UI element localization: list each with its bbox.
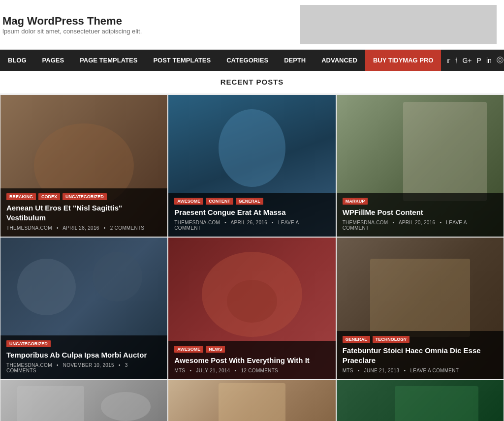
post-card-overlay-3: MARKUP WPFillMe Post Content THEMESDNA.C…	[337, 193, 504, 237]
post-title-4: Temporibus Ab Culpa Ipsa Morbi Auctor	[6, 350, 161, 360]
post-tags-1: BREAKING CODEX UNCATEGORIZED	[6, 193, 161, 200]
tag-awesome-5: AWESOME	[174, 346, 203, 353]
site-header: Mag WordPress Theme lpsum dolor sit amet…	[0, 0, 504, 50]
post-meta-4: THEMESDNA.COM • NOVEMBER 10, 2015 • 3 CO…	[6, 362, 161, 373]
post-meta-6: MTS • JUNE 21, 2013 • LEAVE A COMMENT	[343, 368, 498, 373]
post-tags-5: AWESOME NEWS	[174, 346, 329, 353]
post-title-5: Awesome Post With Everything With It	[174, 356, 329, 365]
tag-technology: TECHNOLOGY	[373, 336, 410, 343]
site-subtitle: lpsum dolor sit amet, consectetuer adipi…	[2, 28, 300, 35]
nav-item-buy[interactable]: BUY TIDYMAG PRO	[365, 50, 441, 71]
tag-uncategorized: UNCATEGORIZED	[63, 193, 107, 200]
post-bullet-6: •	[358, 368, 360, 373]
facebook-icon[interactable]: 𝔣	[455, 56, 457, 64]
post-title-6: Fatebuntur Stoici Haec Omnia Dic Esse Pr…	[343, 346, 498, 365]
post-site-2: THEMESDNA.COM	[174, 220, 220, 225]
post-comments-5: 12 COMMENTS	[241, 368, 278, 373]
post-card-overlay-1: BREAKING CODEX UNCATEGORIZED Aenean Ut E…	[0, 188, 167, 237]
post-bullet-5b: •	[235, 368, 237, 373]
post-card-overlay-4: UNCATEGORIZED Temporibus Ab Culpa Ipsa M…	[0, 335, 167, 380]
main-navigation: BLOG PAGES PAGE TEMPLATES POST TEMPLATES…	[0, 50, 504, 71]
posts-grid: BREAKING CODEX UNCATEGORIZED Aenean Ut E…	[0, 94, 504, 421]
post-bullet-5: •	[189, 368, 191, 373]
post-card-overlay-6: GENERAL TECHNOLOGY Fatebuntur Stoici Hae…	[337, 331, 504, 379]
nav-item-blog[interactable]: BLOG	[0, 50, 34, 71]
post-card-4[interactable]: UNCATEGORIZED Temporibus Ab Culpa Ipsa M…	[0, 237, 168, 380]
nav-item-pages[interactable]: PAGES	[34, 50, 72, 71]
post-card-5[interactable]: AWESOME NEWS Awesome Post With Everythin…	[168, 237, 336, 380]
pinterest-icon[interactable]: P	[477, 57, 481, 64]
post-site-4: THEMESDNA.COM	[6, 362, 52, 368]
post-bullet-3b: •	[440, 220, 441, 225]
post-bullet-2b: •	[272, 220, 274, 225]
instagram-icon[interactable]: ⓒ	[497, 56, 504, 65]
google-plus-icon[interactable]: G+	[462, 57, 472, 64]
post-title-2: Praesent Congue Erat At Massa	[174, 208, 329, 217]
post-card-overlay-5: AWESOME NEWS Awesome Post With Everythin…	[168, 341, 335, 380]
post-bullet-3: •	[393, 220, 395, 225]
post-meta-3: THEMESDNA.COM • APRIL 20, 2016 • LEAVE A…	[343, 220, 498, 231]
post-meta-2: THEMESDNA.COM • APRIL 26, 2016 • LEAVE A…	[174, 220, 329, 231]
site-title: Mag WordPress Theme	[2, 15, 300, 28]
tag-awesome: AWESOME	[174, 198, 203, 205]
post-title-3: WPFillMe Post Content	[343, 208, 498, 217]
post-title-1: Aenean Ut Eros Et "Nisl Sagittis" Vestib…	[6, 203, 161, 222]
nav-item-post-templates[interactable]: POST TEMPLATES	[145, 50, 219, 71]
post-card-1[interactable]: BREAKING CODEX UNCATEGORIZED Aenean Ut E…	[0, 94, 168, 237]
post-bullet-1b: •	[104, 225, 106, 231]
post-site-5: MTS	[174, 368, 185, 373]
post-bullet-4b: •	[119, 362, 121, 368]
post-site-3: THEMESDNA.COM	[343, 220, 388, 225]
post-date-6: JUNE 21, 2013	[364, 368, 400, 373]
post-card-3[interactable]: MARKUP WPFillMe Post Content THEMESDNA.C…	[336, 94, 504, 237]
post-date-5: JULY 21, 2014	[196, 368, 230, 373]
tag-content: CONTENT	[206, 198, 233, 205]
post-bullet-6b: •	[404, 368, 406, 373]
post-bullet-2: •	[224, 220, 226, 225]
post-meta-5: MTS • JULY 21, 2014 • 12 COMMENTS	[174, 368, 329, 373]
post-card-9[interactable]	[336, 380, 504, 421]
post-card-8[interactable]	[168, 380, 336, 421]
post-tags-2: AWESOME CONTENT GENERAL	[174, 198, 329, 205]
post-date-2: APRIL 26, 2016	[231, 220, 267, 225]
post-tags-6: GENERAL TECHNOLOGY	[343, 336, 498, 343]
nav-item-depth[interactable]: DEPTH	[276, 50, 314, 71]
post-site-1: THEMESDNA.COM	[6, 225, 52, 231]
post-comments-1: 2 COMMENTS	[110, 225, 145, 231]
nav-links: BLOG PAGES PAGE TEMPLATES POST TEMPLATES…	[0, 50, 441, 71]
tag-codex: CODEX	[38, 193, 60, 200]
post-date-3: APRIL 20, 2016	[399, 220, 435, 225]
post-card-7[interactable]	[0, 380, 168, 421]
post-card-overlay-2: AWESOME CONTENT GENERAL Praesent Congue …	[168, 193, 335, 237]
tag-general: GENERAL	[236, 198, 263, 205]
header-advertisement	[300, 5, 497, 44]
nav-item-page-templates[interactable]: PAGE TEMPLATES	[72, 50, 145, 71]
post-meta-1: THEMESDNA.COM • APRIL 28, 2016 • 2 COMME…	[6, 225, 161, 231]
tag-uncategorized-4: UNCATEGORIZED	[6, 340, 51, 347]
post-card-2[interactable]: AWESOME CONTENT GENERAL Praesent Congue …	[168, 94, 336, 237]
post-bullet-4: •	[57, 362, 59, 368]
nav-social-icons: 𝕣 𝔣 G+ P in ⓒ ▶ ✉	[441, 56, 504, 65]
recent-posts-bar: RECENT POSTS	[0, 71, 504, 94]
post-date-1: APRIL 28, 2016	[63, 225, 99, 231]
tag-news: NEWS	[206, 346, 225, 353]
post-tags-3: MARKUP	[343, 198, 498, 205]
tag-markup: MARKUP	[343, 198, 368, 205]
post-tags-4: UNCATEGORIZED	[6, 340, 161, 347]
post-site-6: MTS	[343, 368, 353, 373]
post-card-6[interactable]: GENERAL TECHNOLOGY Fatebuntur Stoici Hae…	[336, 237, 504, 380]
recent-posts-title: RECENT POSTS	[220, 78, 284, 86]
twitter-icon[interactable]: 𝕣	[447, 57, 450, 64]
header-title-block: Mag WordPress Theme lpsum dolor sit amet…	[0, 15, 300, 35]
post-date-4: NOVEMBER 10, 2015	[63, 362, 114, 368]
tag-breaking: BREAKING	[6, 193, 36, 200]
post-bullet-1: •	[57, 225, 59, 231]
tag-general-6: GENERAL	[343, 336, 370, 343]
linkedin-icon[interactable]: in	[486, 57, 492, 64]
nav-item-categories[interactable]: CATEGORIES	[219, 50, 276, 71]
nav-item-advanced[interactable]: ADVANCED	[314, 50, 365, 71]
post-comments-6: LEAVE A COMMENT	[410, 368, 459, 373]
